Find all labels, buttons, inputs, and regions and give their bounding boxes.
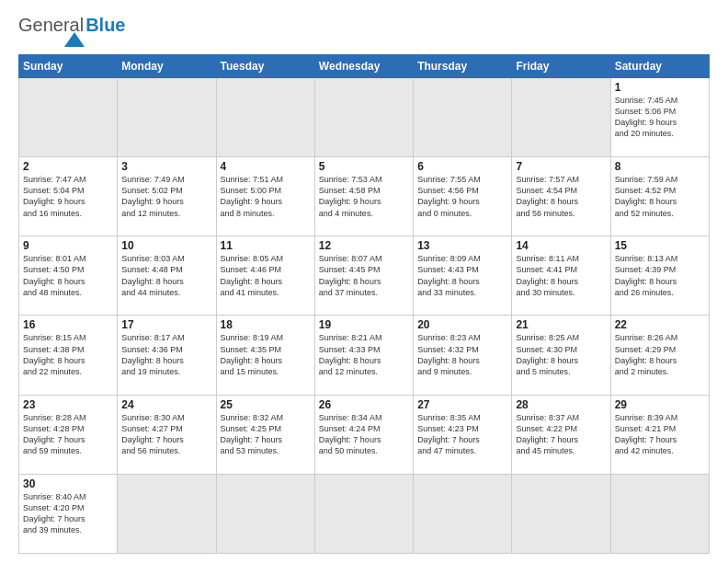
day-info: Sunrise: 8:23 AM Sunset: 4:32 PM Dayligh…: [417, 332, 507, 377]
weekday-header-friday: Friday: [512, 55, 610, 78]
day-info: Sunrise: 7:59 AM Sunset: 4:52 PM Dayligh…: [615, 174, 705, 219]
day-info: Sunrise: 8:11 AM Sunset: 4:41 PM Dayligh…: [516, 253, 606, 298]
day-cell: [414, 474, 512, 553]
header: General Blue: [18, 15, 710, 47]
day-cell: 24Sunrise: 8:30 AM Sunset: 4:27 PM Dayli…: [118, 395, 216, 474]
day-number: 4: [221, 160, 311, 173]
weekday-header-row: SundayMondayTuesdayWednesdayThursdayFrid…: [19, 55, 710, 78]
day-info: Sunrise: 8:25 AM Sunset: 4:30 PM Dayligh…: [516, 332, 606, 377]
day-cell: 26Sunrise: 8:34 AM Sunset: 4:24 PM Dayli…: [314, 395, 413, 474]
day-number: 15: [615, 239, 705, 252]
day-number: 16: [23, 318, 113, 331]
day-cell: [216, 474, 314, 553]
day-number: 18: [221, 318, 311, 331]
day-number: 5: [319, 160, 409, 173]
day-cell: 4Sunrise: 7:51 AM Sunset: 5:00 PM Daylig…: [216, 157, 314, 236]
day-cell: [314, 474, 413, 553]
weekday-header-tuesday: Tuesday: [216, 55, 314, 78]
day-info: Sunrise: 8:09 AM Sunset: 4:43 PM Dayligh…: [417, 253, 507, 298]
day-cell: 8Sunrise: 7:59 AM Sunset: 4:52 PM Daylig…: [610, 157, 709, 236]
day-cell: 30Sunrise: 8:40 AM Sunset: 4:20 PM Dayli…: [19, 474, 118, 553]
day-cell: 17Sunrise: 8:17 AM Sunset: 4:36 PM Dayli…: [118, 316, 216, 395]
day-cell: 6Sunrise: 7:55 AM Sunset: 4:56 PM Daylig…: [414, 157, 512, 236]
day-cell: [610, 474, 709, 553]
day-number: 25: [221, 398, 311, 411]
day-cell: [414, 78, 512, 157]
day-cell: 18Sunrise: 8:19 AM Sunset: 4:35 PM Dayli…: [216, 316, 314, 395]
day-cell: 28Sunrise: 8:37 AM Sunset: 4:22 PM Dayli…: [512, 395, 610, 474]
day-number: 21: [516, 318, 606, 331]
day-info: Sunrise: 7:55 AM Sunset: 4:56 PM Dayligh…: [417, 174, 507, 219]
day-info: Sunrise: 8:39 AM Sunset: 4:21 PM Dayligh…: [615, 412, 705, 457]
day-info: Sunrise: 8:03 AM Sunset: 4:48 PM Dayligh…: [121, 253, 211, 298]
day-cell: 20Sunrise: 8:23 AM Sunset: 4:32 PM Dayli…: [414, 316, 512, 395]
day-info: Sunrise: 8:32 AM Sunset: 4:25 PM Dayligh…: [221, 412, 311, 457]
logo-blue: Blue: [85, 15, 125, 36]
weekday-header-monday: Monday: [118, 55, 216, 78]
day-info: Sunrise: 8:01 AM Sunset: 4:50 PM Dayligh…: [23, 253, 113, 298]
day-info: Sunrise: 8:19 AM Sunset: 4:35 PM Dayligh…: [221, 332, 311, 377]
day-info: Sunrise: 8:37 AM Sunset: 4:22 PM Dayligh…: [516, 412, 606, 457]
day-cell: 1Sunrise: 7:45 AM Sunset: 5:06 PM Daylig…: [610, 78, 709, 157]
day-cell: 15Sunrise: 8:13 AM Sunset: 4:39 PM Dayli…: [610, 236, 709, 316]
day-cell: 2Sunrise: 7:47 AM Sunset: 5:04 PM Daylig…: [19, 157, 118, 236]
day-number: 3: [121, 160, 211, 173]
day-info: Sunrise: 8:17 AM Sunset: 4:36 PM Dayligh…: [121, 332, 211, 377]
day-number: 6: [417, 160, 507, 173]
day-cell: [118, 78, 216, 157]
week-row-3: 16Sunrise: 8:15 AM Sunset: 4:38 PM Dayli…: [19, 316, 710, 395]
logo-icon: [64, 32, 85, 47]
day-cell: [314, 78, 413, 157]
day-number: 17: [121, 318, 211, 331]
day-number: 22: [615, 318, 705, 331]
page: General Blue SundayMondayTuesdayWednesda…: [0, 0, 728, 563]
day-info: Sunrise: 8:13 AM Sunset: 4:39 PM Dayligh…: [615, 253, 705, 298]
day-info: Sunrise: 8:15 AM Sunset: 4:38 PM Dayligh…: [23, 332, 113, 377]
day-cell: 16Sunrise: 8:15 AM Sunset: 4:38 PM Dayli…: [19, 316, 118, 395]
day-number: 14: [516, 239, 606, 252]
day-cell: [512, 78, 610, 157]
day-number: 11: [221, 239, 311, 252]
day-info: Sunrise: 7:57 AM Sunset: 4:54 PM Dayligh…: [516, 174, 606, 219]
day-info: Sunrise: 8:30 AM Sunset: 4:27 PM Dayligh…: [121, 412, 211, 457]
day-cell: 5Sunrise: 7:53 AM Sunset: 4:58 PM Daylig…: [314, 157, 413, 236]
day-cell: 29Sunrise: 8:39 AM Sunset: 4:21 PM Dayli…: [610, 395, 709, 474]
day-cell: [216, 78, 314, 157]
calendar: SundayMondayTuesdayWednesdayThursdayFrid…: [18, 54, 710, 554]
day-cell: 25Sunrise: 8:32 AM Sunset: 4:25 PM Dayli…: [216, 395, 314, 474]
day-number: 2: [23, 160, 113, 173]
day-info: Sunrise: 8:21 AM Sunset: 4:33 PM Dayligh…: [319, 332, 409, 377]
day-info: Sunrise: 8:28 AM Sunset: 4:28 PM Dayligh…: [23, 412, 113, 457]
day-cell: 10Sunrise: 8:03 AM Sunset: 4:48 PM Dayli…: [118, 236, 216, 316]
day-cell: 21Sunrise: 8:25 AM Sunset: 4:30 PM Dayli…: [512, 316, 610, 395]
day-cell: 9Sunrise: 8:01 AM Sunset: 4:50 PM Daylig…: [19, 236, 118, 316]
day-number: 28: [516, 398, 606, 411]
day-number: 8: [615, 160, 705, 173]
day-cell: 19Sunrise: 8:21 AM Sunset: 4:33 PM Dayli…: [314, 316, 413, 395]
day-info: Sunrise: 8:26 AM Sunset: 4:29 PM Dayligh…: [615, 332, 705, 377]
week-row-1: 2Sunrise: 7:47 AM Sunset: 5:04 PM Daylig…: [19, 157, 710, 236]
day-info: Sunrise: 8:07 AM Sunset: 4:45 PM Dayligh…: [319, 253, 409, 298]
day-info: Sunrise: 7:51 AM Sunset: 5:00 PM Dayligh…: [221, 174, 311, 219]
day-info: Sunrise: 8:35 AM Sunset: 4:23 PM Dayligh…: [417, 412, 507, 457]
day-cell: [118, 474, 216, 553]
logo: General Blue: [18, 15, 126, 47]
day-info: Sunrise: 8:34 AM Sunset: 4:24 PM Dayligh…: [319, 412, 409, 457]
day-cell: 14Sunrise: 8:11 AM Sunset: 4:41 PM Dayli…: [512, 236, 610, 316]
day-cell: 22Sunrise: 8:26 AM Sunset: 4:29 PM Dayli…: [610, 316, 709, 395]
day-number: 7: [516, 160, 606, 173]
day-info: Sunrise: 8:40 AM Sunset: 4:20 PM Dayligh…: [23, 491, 113, 536]
day-number: 10: [121, 239, 211, 252]
day-cell: [19, 78, 118, 157]
week-row-0: 1Sunrise: 7:45 AM Sunset: 5:06 PM Daylig…: [19, 78, 710, 157]
weekday-header-thursday: Thursday: [414, 55, 512, 78]
day-info: Sunrise: 7:49 AM Sunset: 5:02 PM Dayligh…: [121, 174, 211, 219]
day-info: Sunrise: 7:53 AM Sunset: 4:58 PM Dayligh…: [319, 174, 409, 219]
day-info: Sunrise: 7:47 AM Sunset: 5:04 PM Dayligh…: [23, 174, 113, 219]
day-number: 19: [319, 318, 409, 331]
week-row-2: 9Sunrise: 8:01 AM Sunset: 4:50 PM Daylig…: [19, 236, 710, 316]
day-cell: 3Sunrise: 7:49 AM Sunset: 5:02 PM Daylig…: [118, 157, 216, 236]
day-number: 27: [417, 398, 507, 411]
day-info: Sunrise: 7:45 AM Sunset: 5:06 PM Dayligh…: [615, 95, 705, 140]
day-info: Sunrise: 8:05 AM Sunset: 4:46 PM Dayligh…: [221, 253, 311, 298]
